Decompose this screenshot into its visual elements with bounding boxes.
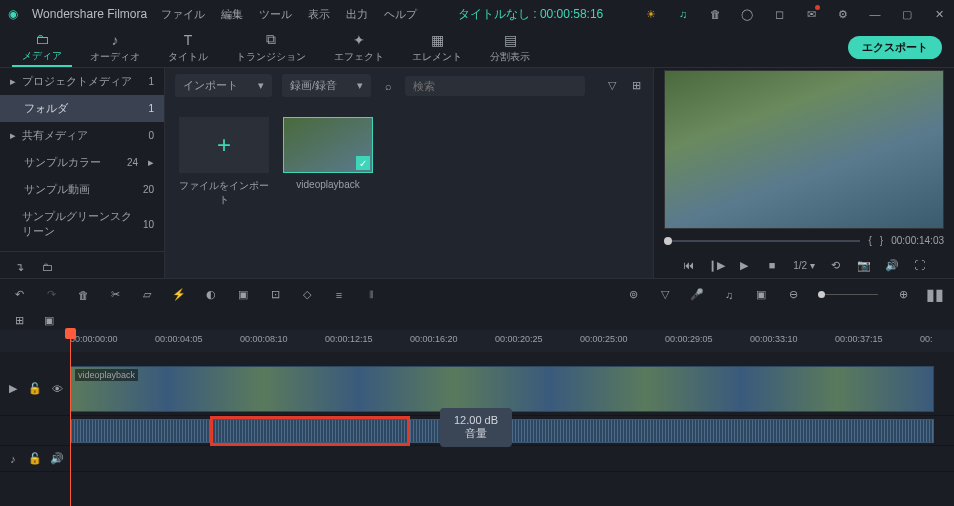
clip-label: videoplayback: [75, 369, 138, 381]
sidebar-sample-greenscreen[interactable]: サンプルグリーンスクリーン10: [0, 203, 164, 245]
mixer-icon[interactable]: ♫: [722, 288, 736, 302]
menu-tools[interactable]: ツール: [259, 7, 292, 22]
settings-icon[interactable]: ⚙: [836, 7, 850, 21]
volume-icon[interactable]: 🔊: [885, 258, 899, 272]
crop-icon[interactable]: ▱: [140, 288, 154, 302]
preview-timecode: 00:00:14:03: [891, 235, 944, 246]
media-clip-tile[interactable]: ✓ videoplayback: [283, 117, 373, 207]
snap-icon[interactable]: ▣: [754, 288, 768, 302]
minimize-icon[interactable]: —: [868, 7, 882, 21]
tab-media[interactable]: 🗀メディア: [12, 29, 72, 67]
sidebar-shared-media[interactable]: ▸共有メディア0: [0, 122, 164, 149]
tab-split[interactable]: ▤分割表示: [480, 30, 540, 66]
disc-icon[interactable]: ◻: [772, 7, 786, 21]
stop-icon[interactable]: ■: [765, 258, 779, 272]
plus-icon: +: [217, 131, 231, 159]
brace-in-icon[interactable]: {: [868, 235, 871, 246]
audio-track-icon: ♪: [6, 452, 20, 466]
workspace-tabs: 🗀メディア ♪オーディオ Tタイトル ⧉トランジション ✦エフェクト ▦エレメン…: [0, 28, 954, 68]
video-clip[interactable]: videoplayback: [70, 366, 934, 412]
mail-icon[interactable]: ✉: [804, 7, 818, 21]
playhead[interactable]: [70, 330, 71, 506]
brace-out-icon[interactable]: }: [880, 235, 883, 246]
tab-title[interactable]: Tタイトル: [158, 30, 218, 66]
import-file-tile[interactable]: + ファイルをインポート: [179, 117, 269, 207]
maximize-icon[interactable]: ▢: [900, 7, 914, 21]
voiceover-icon[interactable]: 🎤: [690, 288, 704, 302]
audio-track-linked: 12.00 dB 音量: [0, 416, 954, 446]
close-icon[interactable]: ✕: [932, 7, 946, 21]
prev-frame-icon[interactable]: ⏮: [681, 258, 695, 272]
redo-icon[interactable]: ↷: [44, 288, 58, 302]
adjust-icon[interactable]: ≡: [332, 288, 346, 302]
speed-selector[interactable]: 1/2 ▾: [793, 260, 815, 271]
zoom-in-icon[interactable]: ⊕: [896, 288, 910, 302]
track-options-icon[interactable]: ▣: [42, 313, 56, 327]
track-manage-icon[interactable]: ⊞: [12, 313, 26, 327]
new-folder-icon[interactable]: ↴: [12, 260, 26, 274]
app-name: Wondershare Filmora: [32, 7, 147, 21]
check-icon: ✓: [356, 156, 370, 170]
user-icon[interactable]: ◯: [740, 7, 754, 21]
audio-adjust-icon[interactable]: ⫴: [364, 288, 378, 302]
sidebar-project-media[interactable]: ▸プロジェクトメディア1: [0, 68, 164, 95]
undo-icon[interactable]: ↶: [12, 288, 26, 302]
folder-tree-icon[interactable]: 🗀: [40, 260, 54, 274]
mute-icon[interactable]: 🔊: [50, 452, 64, 466]
delete-icon[interactable]: 🗑: [76, 288, 90, 302]
sidebar-folder[interactable]: フォルダ1: [0, 95, 164, 122]
search-input[interactable]: [405, 76, 585, 96]
tab-effect[interactable]: ✦エフェクト: [324, 30, 394, 66]
media-browser: インポート▾ 録画/録音▾ ⌕ ▽ ⊞ + ファイルをインポート ✓ video…: [165, 68, 654, 278]
greenscreen-icon[interactable]: ▣: [236, 288, 250, 302]
app-logo-icon: ◉: [8, 7, 18, 21]
loop-icon[interactable]: ⟲: [829, 258, 843, 272]
fullscreen-icon[interactable]: ⛶: [913, 258, 927, 272]
preview-video: [664, 70, 944, 229]
menu-view[interactable]: 表示: [308, 7, 330, 22]
lightbulb-icon[interactable]: ☀: [644, 7, 658, 21]
zoom-slider[interactable]: [818, 294, 878, 295]
trash-icon[interactable]: 🗑: [708, 7, 722, 21]
tab-audio[interactable]: ♪オーディオ: [80, 30, 150, 66]
main-menu: ファイル 編集 ツール 表示 出力 ヘルプ: [161, 7, 417, 22]
preview-scrubber[interactable]: [664, 240, 860, 242]
filter-icon[interactable]: ▽: [605, 79, 619, 93]
step-back-icon[interactable]: ❙▶: [709, 258, 723, 272]
search-icon: ⌕: [381, 79, 395, 93]
speed-icon[interactable]: ⚡: [172, 288, 186, 302]
zoom-out-icon[interactable]: ⊖: [786, 288, 800, 302]
zoom-fit-icon[interactable]: ▮▮: [928, 288, 942, 302]
import-dropdown[interactable]: インポート▾: [175, 74, 272, 97]
marker-icon[interactable]: ▽: [658, 288, 672, 302]
record-dropdown[interactable]: 録画/録音▾: [282, 74, 371, 97]
title-bar: ◉ Wondershare Filmora ファイル 編集 ツール 表示 出力 …: [0, 0, 954, 28]
detach-icon[interactable]: ⊡: [268, 288, 282, 302]
menu-file[interactable]: ファイル: [161, 7, 205, 22]
headphones-icon[interactable]: ♫: [676, 7, 690, 21]
sidebar-sample-color[interactable]: サンプルカラー24▸: [0, 149, 164, 176]
menu-help[interactable]: ヘルプ: [384, 7, 417, 22]
lock-icon[interactable]: 🔓: [28, 452, 42, 466]
menu-output[interactable]: 出力: [346, 7, 368, 22]
volume-tooltip: 12.00 dB 音量: [440, 408, 512, 447]
audio-track-2: ♪ 🔓 🔊: [0, 446, 954, 472]
grid-view-icon[interactable]: ⊞: [629, 79, 643, 93]
tab-element[interactable]: ▦エレメント: [402, 30, 472, 66]
tab-transition[interactable]: ⧉トランジション: [226, 29, 316, 66]
time-ruler[interactable]: 00:00:00:00 00:00:04:05 00:00:08:10 00:0…: [0, 330, 954, 352]
highlight-box: [210, 416, 410, 446]
export-button[interactable]: エクスポート: [848, 36, 942, 59]
color-icon[interactable]: ◐: [204, 288, 218, 302]
video-track-icon: ▶: [6, 382, 20, 396]
sidebar-sample-video[interactable]: サンプル動画20: [0, 176, 164, 203]
visibility-icon[interactable]: 👁: [50, 382, 64, 396]
keyframe-icon[interactable]: ◇: [300, 288, 314, 302]
menu-edit[interactable]: 編集: [221, 7, 243, 22]
media-sidebar: ▸プロジェクトメディア1 フォルダ1 ▸共有メディア0 サンプルカラー24▸ サ…: [0, 68, 165, 278]
lock-icon[interactable]: 🔓: [28, 382, 42, 396]
snapshot-icon[interactable]: 📷: [857, 258, 871, 272]
cut-icon[interactable]: ✂: [108, 288, 122, 302]
play-icon[interactable]: ▶: [737, 258, 751, 272]
render-icon[interactable]: ⊚: [626, 288, 640, 302]
